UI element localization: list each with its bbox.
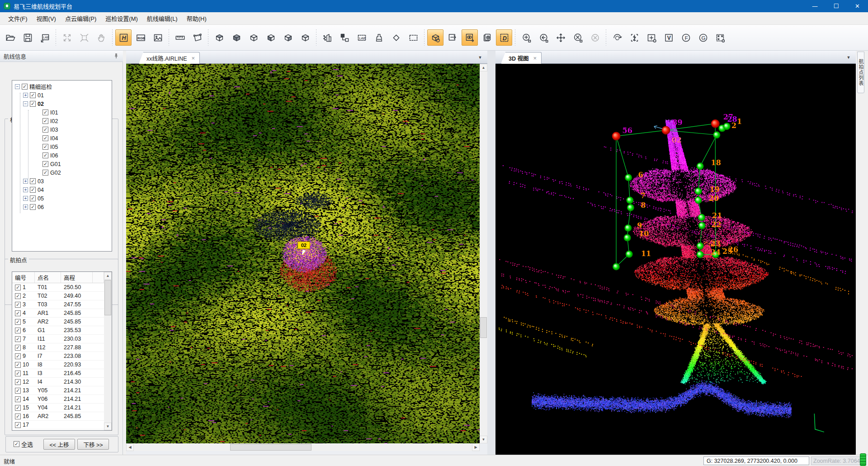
tree-checkbox[interactable]: ✓ — [30, 101, 36, 107]
menu-item-5[interactable]: 航线编辑(L) — [142, 12, 182, 24]
h-scroll-thumb[interactable] — [230, 444, 311, 451]
v-scroll-up-icon[interactable]: ▲ — [480, 64, 487, 71]
tree-item-I04[interactable]: ✓I04 — [12, 134, 112, 143]
expand-toggle-icon[interactable]: + — [23, 187, 28, 192]
toolbar-button-view-bottom-cube-icon[interactable] — [228, 29, 245, 46]
row-checkbox[interactable]: ✓ — [15, 319, 21, 325]
table-row-14[interactable]: ✓14Y06214.21 — [12, 395, 104, 404]
toolbar-button-fit-view[interactable] — [712, 29, 728, 46]
minimize-button[interactable]: — — [804, 0, 826, 12]
toolbar-button-view-selection[interactable] — [462, 29, 478, 46]
v-scroll-thumb[interactable] — [480, 317, 487, 338]
table-row-3[interactable]: ✓3T03247.55 — [12, 300, 104, 309]
view-3d-canvas[interactable] — [495, 64, 856, 455]
table-row-8[interactable]: ✓8I12227.88 — [12, 343, 104, 352]
menu-item-6[interactable]: 帮助(H) — [182, 12, 211, 24]
tree-checkbox[interactable]: ✓ — [42, 109, 48, 115]
toolbar-button-erase-points-icon[interactable] — [388, 29, 404, 46]
toolbar-button-previous-view-icon[interactable] — [535, 29, 552, 46]
tree-item-I06[interactable]: ✓I06 — [12, 151, 112, 160]
row-checkbox[interactable]: ✓ — [15, 388, 21, 394]
row-checkbox[interactable]: ✓ — [15, 345, 21, 351]
row-checkbox[interactable]: ✓ — [15, 328, 21, 333]
toolbar-button-g-tool[interactable]: G — [695, 29, 711, 46]
toolbar-button-f-tool[interactable]: F — [678, 29, 694, 46]
row-checkbox[interactable]: ✓ — [15, 414, 21, 419]
table-scroll-up-icon[interactable]: ▲ — [104, 272, 112, 280]
row-checkbox[interactable]: ✓ — [15, 285, 21, 290]
table-row-5[interactable]: ✓5AR2245.85 — [12, 318, 104, 326]
toolbar-button-intensity-render-icon[interactable] — [150, 29, 166, 46]
toolbar-button-add-point-icon[interactable] — [518, 29, 534, 46]
toolbar-button-view-back-cube-icon[interactable] — [297, 29, 313, 46]
select-all-control[interactable]: ✓ 全选 — [14, 440, 33, 448]
row-checkbox[interactable]: ✓ — [15, 371, 21, 376]
table-row-10[interactable]: ✓10I8220.93 — [12, 361, 104, 369]
table-row-16[interactable]: ✓16AR2245.85 — [12, 412, 104, 421]
table-row-17[interactable]: ✓17 — [12, 421, 104, 429]
toolbar-button-classify-points-icon[interactable] — [319, 29, 335, 46]
toolbar-button-save-file-icon[interactable] — [19, 29, 36, 46]
toolbar-button-height-render-icon[interactable]: H — [115, 29, 132, 46]
splitter[interactable] — [487, 51, 495, 455]
expand-toggle-icon[interactable]: + — [23, 196, 28, 201]
toolbar-button-v-tool[interactable]: V — [660, 29, 677, 46]
row-checkbox[interactable]: ✓ — [15, 336, 21, 342]
row-checkbox[interactable]: ✓ — [15, 362, 21, 368]
tab-airline-close-icon[interactable]: × — [192, 55, 195, 62]
toolbar-button-clip-box-icon[interactable] — [427, 29, 443, 46]
collapse-toggle-icon[interactable]: − — [15, 84, 20, 89]
table-row-11[interactable]: ✓11I3216.45 — [12, 369, 104, 378]
row-checkbox[interactable]: ✓ — [15, 422, 21, 428]
tree-checkbox[interactable]: ✓ — [42, 118, 48, 124]
tree-item-I03[interactable]: ✓I03 — [12, 125, 112, 134]
tree-checkbox[interactable]: ✓ — [30, 204, 36, 210]
tree-checkbox[interactable]: ✓ — [42, 170, 48, 176]
table-row-6[interactable]: ✓6G1235.53 — [12, 326, 104, 335]
toolbar-button-measure-area-icon[interactable] — [189, 29, 205, 46]
tree-checkbox[interactable]: ✓ — [22, 84, 28, 90]
toolbar-button-view-front-cube-icon[interactable] — [280, 29, 296, 46]
row-checkbox[interactable]: ✓ — [15, 353, 21, 359]
menu-item-1[interactable]: 文件(F) — [4, 12, 32, 24]
tree-checkbox[interactable]: ✓ — [30, 92, 36, 98]
toolbar-button-rgb-render-icon[interactable]: RGB — [132, 29, 149, 46]
tree-item-精细巡检[interactable]: −✓精细巡检 — [12, 82, 112, 91]
toolbar-button-delete-point-icon[interactable] — [570, 29, 586, 46]
v-scroll-down-icon[interactable]: ▼ — [480, 436, 487, 443]
toolbar-button-open-file-icon[interactable] — [2, 29, 19, 46]
toolbar-button-clean-points-icon[interactable] — [371, 29, 387, 46]
toolbar-button-tower-focus-icon[interactable] — [626, 29, 642, 46]
tree-item-G02[interactable]: ✓G02 — [12, 168, 112, 177]
row-checkbox[interactable]: ✓ — [15, 302, 21, 308]
table-header-2[interactable]: 点名 — [35, 272, 61, 283]
table-header-1[interactable]: 编号 — [12, 272, 35, 283]
maximize-button[interactable]: ☐ — [826, 0, 847, 12]
row-checkbox[interactable]: ✓ — [15, 379, 21, 385]
close-button[interactable]: ✕ — [847, 0, 868, 12]
table-row-13[interactable]: ✓13Y05214.21 — [12, 386, 104, 395]
table-scrollbar[interactable]: ▲ ▼ — [104, 272, 112, 430]
table-header-3[interactable]: 高程 — [61, 272, 93, 283]
tree-item-I02[interactable]: ✓I02 — [12, 117, 112, 125]
menu-item-2[interactable]: 视图(V) — [32, 12, 61, 24]
toolbar-button-view-top-cube-icon[interactable] — [211, 29, 227, 46]
tree-item-02[interactable]: −✓02 — [12, 100, 112, 108]
tab-2d-dropdown-icon[interactable]: ▼ — [476, 54, 484, 61]
tree-checkbox[interactable]: ✓ — [30, 187, 36, 193]
row-checkbox[interactable]: ✓ — [15, 293, 21, 299]
view-2d-canvas[interactable] — [126, 64, 480, 443]
table-row-4[interactable]: ✓4AR1245.85 — [12, 309, 104, 318]
tree-checkbox[interactable]: ✓ — [30, 195, 36, 201]
select-all-checkbox[interactable]: ✓ — [14, 441, 19, 447]
tab-airline[interactable]: xx线路.AIRLINE × — [139, 52, 200, 64]
move-down-button[interactable]: 下移 >> — [77, 439, 109, 450]
tree-checkbox[interactable]: ✓ — [42, 161, 48, 167]
toolbar-button-distance-mode-icon[interactable]: D — [496, 29, 512, 46]
toolbar-button-view-right-cube-icon[interactable] — [263, 29, 279, 46]
tab-3d-close-icon[interactable]: × — [533, 55, 537, 62]
menu-item-3[interactable]: 点云编辑(P) — [61, 12, 101, 24]
toolbar-button-rect-select-icon[interactable] — [405, 29, 421, 46]
toolbar-button-label-edit-icon[interactable]: LAB — [354, 29, 370, 46]
pin-icon[interactable] — [113, 53, 119, 59]
